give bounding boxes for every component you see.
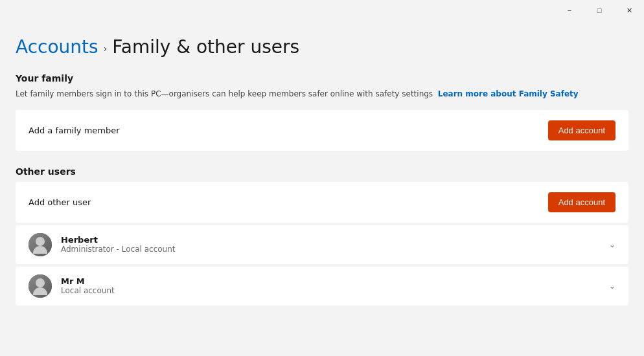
user-info: Mr M Local account [61,276,609,295]
avatar-inner [29,274,52,298]
user-row[interactable]: Mr M Local account ⌄ [16,267,628,306]
title-bar: − □ ✕ [555,0,644,21]
add-other-user-label: Add other user [29,197,91,207]
breadcrumb-accounts-link[interactable]: Accounts [16,36,98,58]
avatar-inner [29,233,52,256]
user-list: Herbert Administrator - Local account ⌄ … [16,225,628,306]
main-content: Accounts › Family & other users Your fam… [0,21,644,324]
minimize-button[interactable]: − [555,0,584,21]
add-other-user-card: Add other user Add account [16,182,628,223]
maximize-button[interactable]: □ [584,0,614,21]
user-subtitle: Administrator - Local account [61,245,609,254]
family-section: Your family Let family members sign in t… [16,73,628,151]
family-section-title: Your family [16,73,628,83]
family-safety-link[interactable]: Learn more about Family Safety [438,89,579,98]
avatar [29,233,52,256]
user-name: Mr M [61,276,609,286]
other-users-section: Other users Add other user Add account H… [16,166,628,306]
breadcrumb: Accounts › Family & other users [16,36,628,58]
add-other-user-button[interactable]: Add account [548,192,615,212]
add-family-card: Add a family member Add account [16,110,628,151]
add-family-label: Add a family member [29,126,120,135]
user-info: Herbert Administrator - Local account [61,235,609,254]
close-button[interactable]: ✕ [614,0,644,21]
other-users-title: Other users [16,166,628,177]
chevron-down-icon: ⌄ [609,240,615,249]
user-subtitle: Local account [61,286,609,295]
user-name: Herbert [61,235,609,245]
breadcrumb-chevron-icon: › [104,43,108,54]
add-family-button[interactable]: Add account [548,120,615,140]
avatar [29,274,52,298]
chevron-down-icon: ⌄ [609,282,615,291]
user-row[interactable]: Herbert Administrator - Local account ⌄ [16,225,628,264]
family-section-subtitle: Let family members sign in to this PC—or… [16,89,628,100]
page-title: Family & other users [112,36,299,58]
